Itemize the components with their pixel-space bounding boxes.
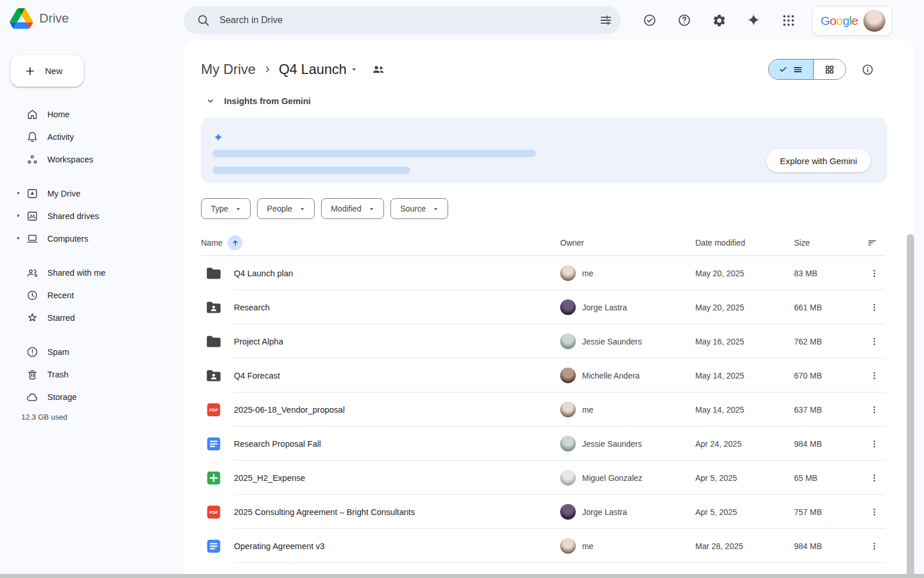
owner-avatar <box>560 402 576 417</box>
owner-cell: Jessie Saunders <box>560 334 695 349</box>
account-chip[interactable]: Google <box>812 6 892 36</box>
sidebar-item-label: Starred <box>47 313 75 323</box>
settings-gear-icon[interactable] <box>706 8 732 33</box>
list-view-icon <box>792 64 803 75</box>
column-header-name[interactable]: Name <box>201 235 560 250</box>
grid-view-toggle[interactable] <box>813 60 845 79</box>
owner-avatar <box>560 470 576 486</box>
sidebar-item-label: Activity <box>47 132 74 142</box>
file-table-header: Name Owner Date modified Size <box>201 230 885 256</box>
search-input[interactable] <box>215 15 594 25</box>
owner-avatar <box>560 334 576 349</box>
file-row[interactable]: Q4 ForecastMichelle AnderaMay 14, 202567… <box>201 358 885 392</box>
file-name: 2025_H2_Expense <box>234 473 305 483</box>
file-size: 984 MB <box>794 439 866 449</box>
sidebar-item-label: Trash <box>47 370 69 379</box>
file-row[interactable]: Project AlphaJessie SaundersMay 16, 2025… <box>201 324 885 358</box>
chevron-down-icon <box>431 205 440 213</box>
breadcrumb-current[interactable]: Q4 Launch <box>279 61 359 77</box>
column-header-owner[interactable]: Owner <box>560 238 695 247</box>
sidebar-item-spam[interactable]: Spam <box>0 340 177 363</box>
details-info-icon[interactable] <box>861 63 874 76</box>
explore-with-gemini-button[interactable]: Explore with Gemini <box>766 149 871 172</box>
sidebar-item-label: Home <box>47 110 70 119</box>
row-more-options-icon[interactable] <box>866 470 882 486</box>
file-row[interactable]: 2025_H2_ExpenseMiguel GonzalezApr 5, 202… <box>201 461 885 495</box>
owner-avatar <box>560 265 576 281</box>
new-button[interactable]: New <box>10 55 84 87</box>
sidebar-item-activity[interactable]: Activity <box>0 125 177 148</box>
vertical-scrollbar[interactable] <box>907 234 914 578</box>
apps-grid-icon[interactable] <box>776 8 801 33</box>
list-view-toggle[interactable] <box>769 60 813 79</box>
row-more-options-icon[interactable] <box>866 299 882 316</box>
plus-icon <box>24 65 36 77</box>
sidebar-group: Shared with meRecentStarred <box>0 261 177 329</box>
sidebar-item-label: Shared drives <box>47 212 99 221</box>
file-row[interactable]: ResearchJorge LastraMay 20, 2025661 MB <box>201 290 885 324</box>
approvals-check-circle-icon[interactable] <box>637 8 662 33</box>
file-row[interactable]: PDF2025 Consulting Agreement – Bright Co… <box>201 495 885 529</box>
folder-shared-members-icon[interactable] <box>371 62 386 77</box>
search-options-icon[interactable] <box>594 9 617 32</box>
owner-avatar <box>560 436 576 451</box>
row-more-options-icon[interactable] <box>866 334 882 350</box>
row-more-options-icon[interactable] <box>866 504 882 520</box>
sidebar-item-my-drive[interactable]: My Drive <box>0 182 177 205</box>
filter-chip-people[interactable]: People <box>257 198 315 219</box>
sidebar-item-shared-drives[interactable]: Shared drives <box>0 205 177 227</box>
file-row[interactable]: Operating Agreement v3meMar 28, 2025984 … <box>201 529 885 563</box>
row-more-options-icon[interactable] <box>866 436 882 452</box>
sheet-icon <box>205 469 222 487</box>
search-bar[interactable] <box>184 6 621 34</box>
sidebar-item-shared-with-me[interactable]: Shared with me <box>0 261 177 284</box>
filter-chip-label: People <box>267 204 292 213</box>
sort-options-icon[interactable] <box>866 237 878 249</box>
gemini-sparkle-icon[interactable] <box>741 8 766 33</box>
file-name-cell: Project Alpha <box>201 333 560 350</box>
shareddrives-icon <box>26 210 39 223</box>
column-header-modified[interactable]: Date modified <box>695 238 794 247</box>
search-icon[interactable] <box>192 9 215 32</box>
file-row[interactable]: PDF2025-06-18_Vendor_proposalmeMay 14, 2… <box>201 392 885 427</box>
filter-chip-modified[interactable]: Modified <box>321 198 384 219</box>
expand-caret-icon[interactable] <box>16 213 21 218</box>
file-name: Q4 Forecast <box>234 371 280 380</box>
sidebar-item-storage[interactable]: Storage <box>0 386 177 408</box>
sidebar-group: SpamTrashStorage <box>0 340 177 408</box>
sidebar-item-recent[interactable]: Recent <box>0 284 177 306</box>
insights-header[interactable]: Insights from Gemini <box>206 96 311 106</box>
folder-icon <box>205 265 222 282</box>
row-more-options-icon[interactable] <box>866 368 882 384</box>
owner-avatar <box>560 299 576 315</box>
help-icon[interactable] <box>672 8 697 33</box>
sidebar-item-workspaces[interactable]: Workspaces <box>0 148 177 171</box>
view-controls <box>768 59 874 80</box>
row-more-options-icon[interactable] <box>866 402 882 418</box>
date-modified: Mar 28, 2025 <box>695 542 794 551</box>
row-more-options-icon[interactable] <box>866 538 882 554</box>
file-row[interactable]: Q4 Launch planmeMay 20, 202583 MB <box>201 256 885 290</box>
sidebar-item-computers[interactable]: Computers <box>0 227 177 250</box>
topbar-actions <box>637 8 801 33</box>
sidebar-group: HomeActivityWorkspaces <box>0 103 177 171</box>
file-size: 83 MB <box>794 269 866 278</box>
sort-ascending-icon[interactable] <box>228 235 243 250</box>
row-more-options-icon[interactable] <box>866 265 882 281</box>
date-modified: May 14, 2025 <box>695 371 794 380</box>
file-row[interactable]: Research Proposal FallJessie SaundersApr… <box>201 427 885 461</box>
breadcrumb: My Drive Q4 Launch <box>201 57 874 82</box>
column-header-size[interactable]: Size <box>794 238 866 247</box>
expand-caret-icon[interactable] <box>16 235 21 241</box>
sidebar-item-home[interactable]: Home <box>0 103 177 125</box>
sidebar-item-starred[interactable]: Starred <box>0 306 177 329</box>
filter-chip-type[interactable]: Type <box>201 198 251 219</box>
new-button-label: New <box>45 66 62 76</box>
expand-caret-icon[interactable] <box>16 190 21 196</box>
sidebar-item-trash[interactable]: Trash <box>0 363 177 386</box>
drive-brand[interactable]: Drive <box>10 8 69 29</box>
folder-shared-icon <box>205 299 222 316</box>
profile-avatar[interactable] <box>863 10 885 32</box>
filter-chip-source[interactable]: Source <box>390 198 448 219</box>
breadcrumb-parent[interactable]: My Drive <box>201 61 256 77</box>
